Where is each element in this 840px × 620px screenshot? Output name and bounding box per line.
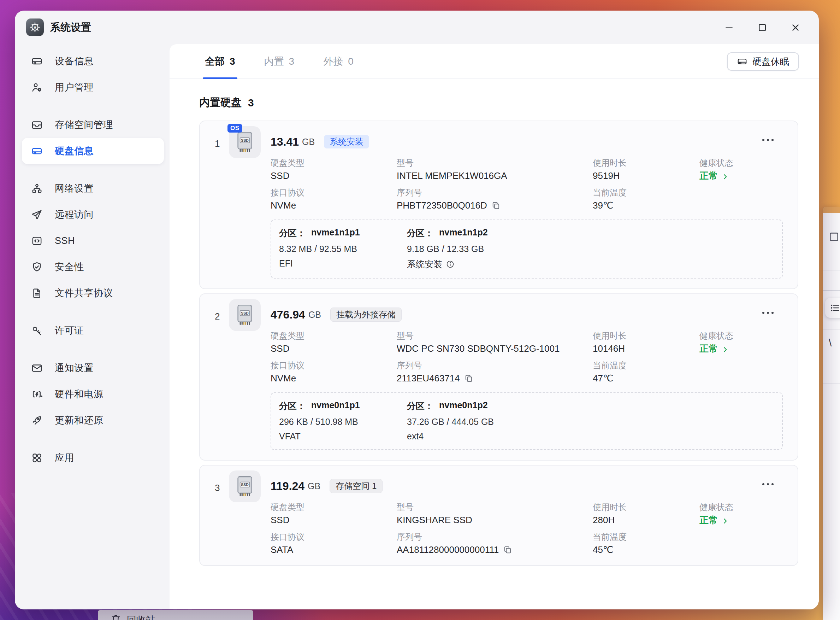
shield-check-icon	[31, 261, 43, 273]
tab-label: 全部	[205, 55, 225, 68]
divider	[823, 384, 840, 384]
usage-hours-value: 280H	[593, 514, 615, 526]
sidebar-item-label: 许可证	[55, 324, 84, 337]
info-icon[interactable]	[446, 260, 454, 269]
partition-name: nvme0n1p2	[439, 400, 488, 412]
interface-label: 接口协议	[271, 361, 397, 370]
usage-hours-label: 使用时长	[593, 331, 699, 341]
usage-hours-field: 使用时长10146H	[593, 331, 699, 354]
partition-filesystem: 系统安装	[407, 258, 442, 270]
sidebar-item-license[interactable]: 许可证	[22, 318, 164, 343]
disk-type-value: SSD	[271, 514, 289, 526]
disk-badge: 系统安装	[324, 135, 369, 149]
partition-label: 分区：	[279, 227, 306, 239]
sidebar-item-network-settings[interactable]: 网络设置	[22, 175, 164, 202]
os-badge: OS	[228, 124, 242, 132]
partition-name: nvme1n1p1	[311, 227, 360, 239]
health-field: 健康状态正常	[699, 502, 798, 526]
section-header: 内置硬盘 3	[199, 95, 819, 110]
disk-sleep-label: 硬盘休眠	[752, 56, 789, 68]
divider	[823, 329, 840, 330]
serial-field: 序列号PHBT72350B0Q016D	[397, 188, 593, 211]
list-view-button[interactable]	[825, 298, 840, 318]
sidebar-item-device-info[interactable]: 设备信息	[22, 48, 164, 74]
partition-size: 8.32 MB / 92.55 MB	[279, 244, 407, 254]
health-value[interactable]: 正常	[699, 514, 718, 526]
square-icon	[828, 231, 840, 243]
interface-field: 接口协议SATA	[271, 532, 397, 555]
ssd-drive-icon: OSSSD	[229, 126, 261, 158]
temperature-label: 当前温度	[593, 532, 699, 542]
ssd-label: SSD	[241, 312, 249, 315]
ssd-drive-icon: SSD	[229, 471, 261, 502]
document-icon	[31, 287, 43, 299]
partition-box: 分区：nvme0n1p1296 KB / 510.98 MBVFAT分区：nvm…	[271, 392, 783, 450]
more-menu-button[interactable]	[760, 137, 776, 143]
serial-value: 2113EU463714	[397, 373, 460, 384]
disk-card: 2SSD476.94GB挂载为外接存储硬盘类型SSD接口协议NVMe型号WDC …	[199, 293, 798, 460]
serial-value: PHBT72350B0Q016D	[397, 200, 487, 211]
sidebar-groups: 设备信息用户管理存储空间管理硬盘信息网络设置远程访问SSH安全性文件共享协议许可…	[15, 48, 170, 471]
disk-list: 1OSSSD13.41GB系统安装硬盘类型SSD接口协议NVMe型号INTEL …	[199, 120, 798, 566]
sidebar-item-label: SSH	[55, 235, 75, 246]
temperature-value: 45℃	[593, 544, 613, 555]
maximize-button[interactable]	[755, 21, 770, 35]
sidebar-group: 许可证	[15, 318, 170, 343]
tab-all[interactable]: 全部3	[205, 44, 235, 78]
rocket-icon	[31, 415, 43, 426]
minimize-button[interactable]	[722, 21, 736, 35]
interface-label: 接口协议	[271, 188, 397, 197]
window-title: 系统设置	[50, 11, 91, 45]
tab-internal[interactable]: 内置3	[264, 44, 295, 78]
power-icon	[31, 388, 43, 400]
tab-external[interactable]: 外接0	[323, 44, 354, 78]
sidebar-item-update-restore[interactable]: 更新和还原	[22, 407, 164, 433]
health-value[interactable]: 正常	[699, 343, 718, 354]
envelope-icon	[31, 362, 43, 374]
usage-hours-value: 9519H	[593, 170, 620, 181]
paper-plane-icon	[31, 209, 43, 221]
model-value: KINGSHARE SSD	[397, 514, 472, 526]
sidebar-item-file-sharing-protocols[interactable]: 文件共享协议	[22, 280, 164, 306]
trash-icon	[111, 614, 121, 620]
settings-app-icon: A	[26, 18, 44, 36]
sidebar-item-user-management[interactable]: 用户管理	[22, 74, 164, 100]
close-button[interactable]	[788, 21, 802, 35]
copy-icon[interactable]	[491, 201, 501, 210]
interface-value: SATA	[271, 544, 293, 555]
copy-icon[interactable]	[503, 545, 512, 554]
sidebar-item-hard-drive-info[interactable]: 硬盘信息	[22, 138, 164, 164]
more-menu-button[interactable]	[760, 310, 776, 316]
tab-count: 3	[230, 56, 235, 67]
sidebar-item-notification-settings[interactable]: 通知设置	[22, 355, 164, 381]
recycle-bin-label[interactable]: 回收站	[127, 614, 155, 620]
copy-icon[interactable]	[464, 374, 473, 383]
chevron-right-icon	[721, 172, 729, 179]
disk-type-label: 硬盘类型	[271, 331, 397, 341]
disk-badge: 挂载为外接存储	[330, 307, 402, 322]
sidebar-item-hardware-power[interactable]: 硬件和电源	[22, 381, 164, 407]
sidebar-item-storage-pool-management[interactable]: 存储空间管理	[22, 112, 164, 138]
partition-label: 分区：	[407, 400, 434, 412]
disk-sleep-button[interactable]: 硬盘休眠	[727, 52, 799, 71]
partition-name: nvme0n1p1	[311, 400, 360, 412]
tabs-row: 全部3内置3外接0 硬盘休眠	[170, 44, 819, 79]
more-menu-button[interactable]	[760, 481, 776, 488]
temperature-field: 当前温度47℃	[593, 361, 699, 384]
sidebar-item-apps[interactable]: 应用	[22, 445, 164, 471]
sidebar-item-security[interactable]: 安全性	[22, 254, 164, 280]
disk-type-label: 硬盘类型	[271, 502, 397, 512]
section-count: 3	[248, 97, 254, 109]
temperature-field: 当前温度39℃	[593, 188, 699, 211]
sidebar-item-ssh[interactable]: SSH	[22, 228, 164, 254]
sidebar-item-label: 网络设置	[55, 182, 94, 195]
partition-name: nvme1n1p2	[439, 227, 488, 239]
health-value[interactable]: 正常	[699, 170, 718, 181]
usage-hours-field: 使用时长9519H	[593, 158, 699, 181]
disk-type-value: SSD	[271, 343, 289, 354]
sidebar-item-label: 用户管理	[55, 81, 94, 94]
sidebar-item-remote-access[interactable]: 远程访问	[22, 202, 164, 228]
serial-field: 序列号2113EU463714	[397, 361, 593, 384]
sidebar-group: 存储空间管理硬盘信息	[15, 112, 170, 164]
serial-label: 序列号	[397, 532, 593, 542]
